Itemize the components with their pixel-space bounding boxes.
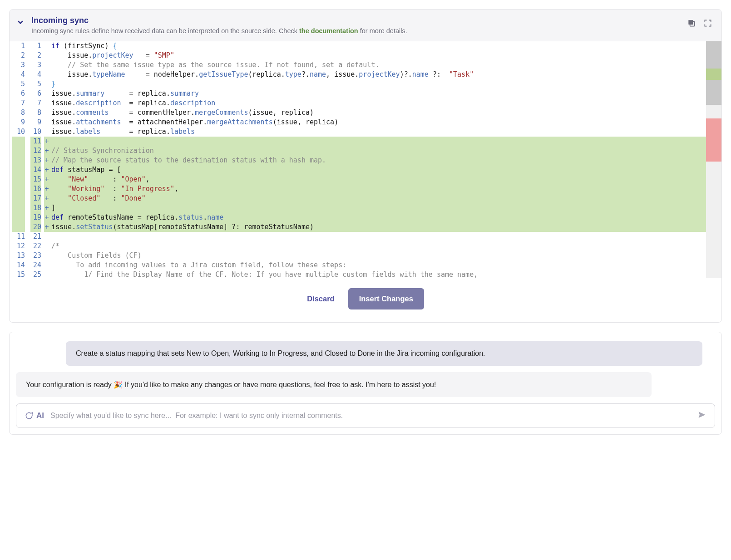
minimap-added-marker bbox=[706, 69, 721, 80]
subtitle-after: for more details. bbox=[358, 27, 407, 34]
assistant-text-after: If you'd like to make any changes or hav… bbox=[123, 381, 436, 388]
copy-icon[interactable] bbox=[687, 19, 696, 29]
gutter-marker: ++++++++++ bbox=[44, 41, 49, 278]
insert-changes-button[interactable]: Insert Changes bbox=[348, 288, 424, 309]
panel-header: Incoming sync Incoming sync rules define… bbox=[10, 10, 721, 41]
subtitle-before: Incoming sync rules define how received … bbox=[31, 27, 299, 34]
fullscreen-icon[interactable] bbox=[703, 19, 712, 29]
chat-input-row: AI bbox=[16, 403, 715, 428]
ai-label: AI bbox=[25, 411, 44, 420]
discard-button[interactable]: Discard bbox=[307, 288, 335, 309]
chevron-down-icon[interactable] bbox=[16, 18, 27, 29]
chat-bubble-icon bbox=[25, 411, 34, 420]
scrollbar-track[interactable] bbox=[706, 41, 721, 278]
code-body[interactable]: if (firstSync) { issue.projectKey = "SMP… bbox=[49, 41, 706, 278]
chat-user-message: Create a status mapping that sets New to… bbox=[66, 341, 702, 366]
action-bar: Discard Insert Changes bbox=[10, 278, 721, 322]
documentation-link[interactable]: the documentation bbox=[299, 27, 358, 34]
incoming-sync-panel: Incoming sync Incoming sync rules define… bbox=[9, 9, 722, 323]
ai-label-text: AI bbox=[36, 411, 44, 420]
chat-assistant-message: Your configuration is ready 🎉 If you'd l… bbox=[16, 372, 652, 397]
code-editor[interactable]: 12345678910 1112131415 12345678910111213… bbox=[10, 41, 721, 278]
minimap-removed-marker bbox=[706, 118, 721, 162]
send-icon[interactable] bbox=[697, 410, 706, 421]
assistant-text-before: Your configuration is ready bbox=[26, 381, 114, 388]
chat-input[interactable] bbox=[50, 412, 691, 420]
chat-panel: Create a status mapping that sets New to… bbox=[9, 332, 722, 435]
party-popper-icon: 🎉 bbox=[114, 381, 123, 388]
svg-rect-1 bbox=[688, 20, 693, 25]
panel-title: Incoming sync bbox=[31, 16, 687, 25]
gutter-left: 12345678910 1112131415 bbox=[10, 41, 28, 278]
gutter-right: 1234567891011121314151617181920212223242… bbox=[28, 41, 44, 278]
panel-subtitle: Incoming sync rules define how received … bbox=[31, 27, 687, 34]
